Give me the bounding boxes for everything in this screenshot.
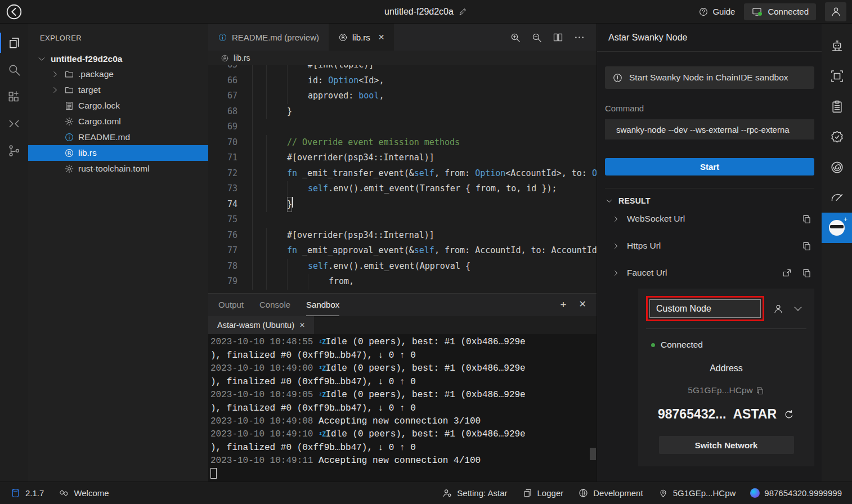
code-line-66: 66id: Option<Id>, (208, 73, 597, 89)
extensions-icon (7, 89, 21, 104)
statusbar-987654320-9999999[interactable]: 987654320.9999999 (750, 488, 842, 498)
plugin-clipboard[interactable] (822, 91, 852, 122)
idle-zzz-icon: ᶻZ (319, 392, 325, 399)
statusbar-development[interactable]: Development (578, 488, 643, 498)
tab-output[interactable]: Output (218, 294, 244, 316)
tree-root-folder[interactable]: untitled-f29d2c0a (28, 52, 208, 66)
plugin-openai[interactable] (822, 152, 852, 182)
gauge-icon (829, 190, 845, 205)
result-item-websocket-url[interactable]: WebSocket Url (605, 205, 814, 232)
file-label: rust-toolchain.toml (78, 164, 150, 174)
back-button[interactable] (5, 3, 23, 21)
activity-extensions[interactable] (0, 83, 28, 110)
file-item-README.md[interactable]: README.md (28, 129, 208, 145)
code-line-72: 72fn _emit_transfer_event(&self, from: O… (208, 166, 597, 182)
activity-collapse[interactable] (0, 110, 28, 137)
switch-network-button[interactable]: Switch Network (659, 436, 794, 454)
breadcrumb[interactable]: lib.rs (208, 51, 597, 65)
refresh-icon[interactable] (783, 409, 795, 420)
plugin-robot[interactable] (822, 30, 852, 61)
statusbar-logger[interactable]: Logger (522, 488, 564, 498)
line-number: 67 (208, 88, 252, 104)
log-line: 2023-10-10 10:49:05 ᶻZIdle (0 peers), be… (210, 389, 597, 402)
external-icon[interactable] (782, 268, 792, 278)
statusbar-welcome[interactable]: Welcome (59, 488, 109, 498)
code-line-71: 71#[overrider(psp34::Internal)] (208, 150, 597, 166)
close-subtab-icon[interactable]: ✕ (299, 321, 305, 329)
terminal-log[interactable]: 2023-10-10 10:48:55 ᶻZIdle (0 peers), be… (208, 334, 597, 482)
add-panel-icon[interactable]: + (560, 299, 566, 311)
files-icon (7, 35, 21, 50)
log-scrollbar-thumb[interactable] (590, 448, 596, 460)
result-section-header[interactable]: RESULT (605, 188, 814, 205)
edit-title-pencil-icon[interactable] (458, 7, 468, 16)
zoom-in-icon[interactable] (509, 32, 521, 43)
statusbar-5g1gep-hcpw[interactable]: 5G1GEp...HCpw (658, 488, 736, 498)
file-label: .package (78, 69, 114, 79)
activity-git[interactable] (0, 137, 28, 164)
log-line: 2023-10-10 10:48:55 ᶻZIdle (0 peers), be… (210, 336, 597, 349)
plugin-astar-swanky[interactable] (822, 213, 852, 243)
database-icon (10, 488, 21, 498)
command-input[interactable]: swanky-node --dev --ws-external --rpc-ex… (605, 119, 814, 140)
tab-readme-preview[interactable]: README.md (preview) (208, 24, 329, 51)
doc-icon (64, 101, 74, 111)
plugin-layout[interactable] (822, 61, 852, 91)
file-item-lib.rs[interactable]: lib.rs (28, 145, 208, 161)
split-editor-icon[interactable] (552, 32, 564, 43)
user-gear-icon (442, 488, 452, 498)
account-avatar-button[interactable] (825, 2, 846, 21)
tab-librs[interactable]: lib.rs ✕ (329, 24, 394, 51)
tab-console[interactable]: Console (259, 294, 290, 316)
result-item-faucet-url[interactable]: Faucet Url (605, 259, 814, 286)
node-selector[interactable]: Custom Node (649, 299, 761, 318)
openai-icon (829, 160, 845, 175)
line-number: 68 (208, 104, 252, 120)
result-list: WebSocket UrlHttps UrlFaucet Url (605, 205, 814, 286)
account-icon[interactable] (773, 303, 784, 314)
copy-icon[interactable] (755, 386, 765, 395)
statusbar-2-1-7[interactable]: 2.1.7 (10, 488, 44, 498)
statusbar-label: 987654320.9999999 (764, 488, 842, 498)
annotation-highlight: Custom Node (646, 296, 764, 321)
copy-icon[interactable] (801, 214, 812, 224)
connected-label: Connected (768, 7, 809, 16)
log-line: ), finalized #0 (0xff9b…bb47), ↓ 0 ↑ 0 (210, 402, 597, 415)
code-line-74: 74} (208, 197, 597, 213)
code-line-79: 79from, (208, 274, 597, 290)
guide-link[interactable]: Guide (698, 7, 735, 17)
result-item-https-url[interactable]: Https Url (605, 232, 814, 259)
command-label: Command (605, 104, 814, 113)
copy-icon[interactable] (801, 268, 812, 278)
statusbar-setting-astar[interactable]: Setting: Astar (442, 488, 507, 498)
node-status: Connected (646, 340, 806, 350)
start-button[interactable]: Start (605, 158, 814, 176)
subtab-label: Astar-wasm (Ubuntu) (217, 321, 294, 330)
code-editor[interactable]: 65#[ink(topic)]66id: Option<Id>,67approv… (208, 65, 597, 293)
file-item-rust-toolchain.toml[interactable]: rust-toolchain.toml (28, 161, 208, 177)
more-actions-icon[interactable] (573, 32, 585, 43)
close-tab-icon[interactable]: ✕ (378, 33, 385, 42)
file-item-.package[interactable]: .package (28, 66, 208, 82)
tab-sandbox[interactable]: Sandbox (306, 294, 339, 316)
astar-sunglasses-icon (829, 220, 845, 236)
zoom-out-icon[interactable] (531, 32, 542, 43)
subtab-astar-wasm[interactable]: Astar-wasm (Ubuntu) ✕ (208, 316, 314, 334)
activity-files[interactable] (0, 29, 28, 56)
file-item-Cargo.toml[interactable]: Cargo.toml (28, 114, 208, 129)
chevron-down-icon[interactable] (792, 303, 804, 314)
code-line-76: 76#[overrider(psp34::Internal)] (208, 228, 597, 244)
file-item-Cargo.lock[interactable]: Cargo.lock (28, 98, 208, 114)
close-panel-icon[interactable]: ✕ (579, 299, 586, 311)
plugin-gauge[interactable] (822, 182, 852, 213)
sandbox-connected-button[interactable]: Connected (744, 3, 816, 20)
copy-icon[interactable] (801, 241, 812, 251)
pin-icon (658, 488, 669, 498)
activity-search[interactable] (0, 56, 28, 83)
editor-tab-bar: README.md (preview) lib.rs ✕ (208, 24, 597, 51)
handshake-icon (59, 488, 69, 498)
plugin-badge[interactable] (822, 122, 852, 152)
tab-label: lib.rs (352, 33, 370, 42)
chevron-down-icon (605, 197, 613, 205)
file-item-target[interactable]: target (28, 82, 208, 98)
